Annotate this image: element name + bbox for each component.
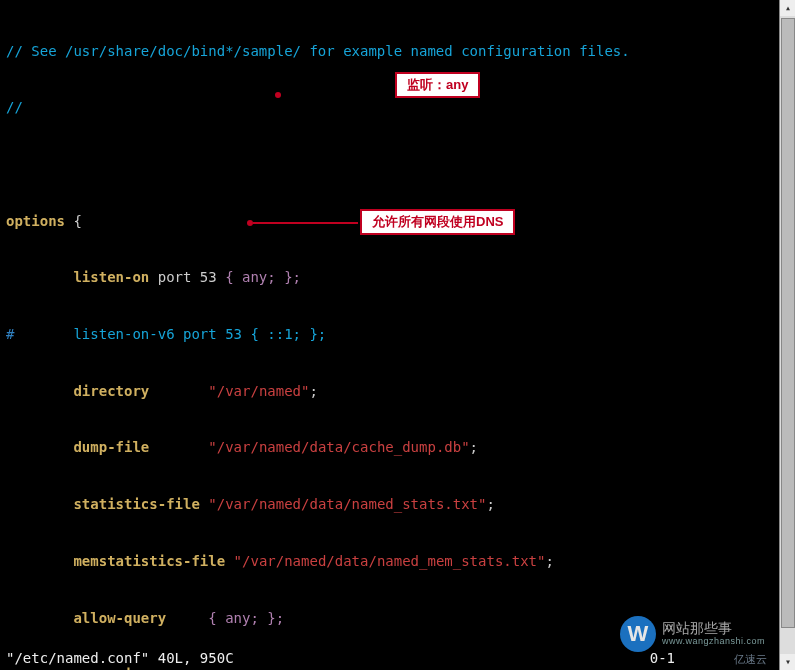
scrollbar[interactable]: ▴ ▾	[779, 0, 795, 670]
status-bar-filename: "/etc/named.conf" 40L, 950C	[6, 649, 615, 668]
watermark-logo: W 网站那些事 www.wangzhanshi.com	[620, 616, 765, 652]
scrollbar-up-icon[interactable]: ▴	[780, 0, 795, 16]
commented-line: listen-on-v6 port 53 { ::1; };	[14, 326, 326, 342]
watermark-secondary: 亿速云	[734, 653, 767, 668]
annotation-dot	[275, 92, 281, 98]
kw-options: options	[6, 213, 65, 229]
watermark-url: www.wangzhanshi.com	[662, 637, 765, 647]
comment-line: // See /usr/share/doc/bind*/sample/ for …	[6, 43, 630, 59]
kw-listen-on: listen-on	[73, 269, 149, 285]
scrollbar-down-icon[interactable]: ▾	[780, 654, 795, 670]
annotation-listen: 监听：any	[395, 72, 480, 98]
comment-line: //	[6, 99, 23, 115]
annotation-line	[253, 222, 358, 224]
watermark-icon: W	[620, 616, 656, 652]
code-editor[interactable]: // See /usr/share/doc/bind*/sample/ for …	[6, 4, 789, 670]
scrollbar-thumb[interactable]	[781, 18, 795, 628]
watermark-text: 网站那些事	[662, 621, 765, 636]
annotation-allow: 允许所有网段使用DNS	[360, 209, 515, 235]
